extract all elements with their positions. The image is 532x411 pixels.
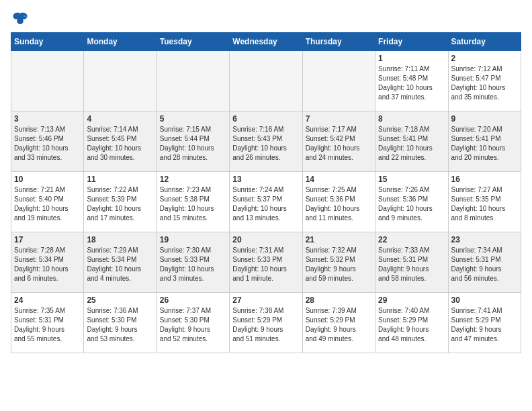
- day-number: 1: [378, 54, 445, 63]
- day-info: Sunrise: 7:14 AM Sunset: 5:45 PM Dayligh…: [87, 125, 153, 163]
- day-number: 20: [232, 235, 299, 244]
- calendar-day-29: 29Sunrise: 7:40 AM Sunset: 5:29 PM Dayli…: [375, 293, 448, 353]
- day-info: Sunrise: 7:27 AM Sunset: 5:35 PM Dayligh…: [451, 185, 518, 223]
- day-info: Sunrise: 7:36 AM Sunset: 5:30 PM Dayligh…: [87, 306, 153, 344]
- calendar-day-10: 10Sunrise: 7:21 AM Sunset: 5:40 PM Dayli…: [11, 172, 84, 232]
- day-number: 30: [451, 295, 518, 305]
- calendar-day-22: 22Sunrise: 7:33 AM Sunset: 5:31 PM Dayli…: [375, 232, 448, 293]
- calendar-week-1: 1Sunrise: 7:11 AM Sunset: 5:48 PM Daylig…: [11, 51, 521, 111]
- day-number: 21: [306, 235, 372, 244]
- calendar-day-empty: [11, 51, 84, 111]
- calendar-day-3: 3Sunrise: 7:13 AM Sunset: 5:46 PM Daylig…: [11, 111, 84, 172]
- calendar-week-2: 3Sunrise: 7:13 AM Sunset: 5:46 PM Daylig…: [11, 111, 521, 172]
- weekday-header-tuesday: Tuesday: [157, 33, 229, 51]
- day-info: Sunrise: 7:40 AM Sunset: 5:29 PM Dayligh…: [378, 306, 445, 344]
- calendar-day-16: 16Sunrise: 7:27 AM Sunset: 5:35 PM Dayli…: [448, 172, 521, 232]
- calendar-day-19: 19Sunrise: 7:30 AM Sunset: 5:33 PM Dayli…: [157, 232, 229, 293]
- calendar-header: SundayMondayTuesdayWednesdayThursdayFrid…: [11, 33, 521, 51]
- calendar-day-27: 27Sunrise: 7:38 AM Sunset: 5:29 PM Dayli…: [230, 293, 302, 353]
- day-info: Sunrise: 7:15 AM Sunset: 5:44 PM Dayligh…: [160, 125, 226, 163]
- calendar-day-30: 30Sunrise: 7:41 AM Sunset: 5:29 PM Dayli…: [448, 293, 521, 353]
- day-number: 13: [232, 175, 299, 184]
- calendar-day-28: 28Sunrise: 7:39 AM Sunset: 5:29 PM Dayli…: [302, 293, 375, 353]
- weekday-header-monday: Monday: [84, 33, 157, 51]
- day-number: 6: [232, 114, 299, 124]
- calendar-day-9: 9Sunrise: 7:20 AM Sunset: 5:41 PM Daylig…: [448, 111, 521, 172]
- day-info: Sunrise: 7:21 AM Sunset: 5:40 PM Dayligh…: [14, 185, 81, 223]
- day-info: Sunrise: 7:23 AM Sunset: 5:38 PM Dayligh…: [160, 185, 226, 223]
- day-info: Sunrise: 7:39 AM Sunset: 5:29 PM Dayligh…: [306, 306, 372, 344]
- day-number: 10: [14, 175, 81, 184]
- weekday-header-thursday: Thursday: [302, 33, 375, 51]
- calendar-day-empty: [230, 51, 302, 111]
- day-info: Sunrise: 7:13 AM Sunset: 5:46 PM Dayligh…: [14, 125, 81, 163]
- calendar-day-7: 7Sunrise: 7:17 AM Sunset: 5:42 PM Daylig…: [302, 111, 375, 172]
- calendar-day-4: 4Sunrise: 7:14 AM Sunset: 5:45 PM Daylig…: [84, 111, 157, 172]
- calendar-day-11: 11Sunrise: 7:22 AM Sunset: 5:39 PM Dayli…: [84, 172, 157, 232]
- weekday-header-sunday: Sunday: [11, 33, 84, 51]
- calendar-table: SundayMondayTuesdayWednesdayThursdayFrid…: [11, 32, 521, 353]
- calendar-day-21: 21Sunrise: 7:32 AM Sunset: 5:32 PM Dayli…: [302, 232, 375, 293]
- day-number: 18: [87, 235, 153, 244]
- day-info: Sunrise: 7:41 AM Sunset: 5:29 PM Dayligh…: [451, 306, 518, 344]
- day-number: 8: [378, 114, 445, 124]
- day-number: 23: [451, 235, 518, 244]
- weekday-header-friday: Friday: [375, 33, 448, 51]
- day-number: 17: [14, 235, 81, 244]
- day-number: 22: [378, 235, 445, 244]
- calendar-day-14: 14Sunrise: 7:25 AM Sunset: 5:36 PM Dayli…: [302, 172, 375, 232]
- calendar-day-25: 25Sunrise: 7:36 AM Sunset: 5:30 PM Dayli…: [84, 293, 157, 353]
- day-info: Sunrise: 7:37 AM Sunset: 5:30 PM Dayligh…: [160, 306, 226, 344]
- day-info: Sunrise: 7:34 AM Sunset: 5:31 PM Dayligh…: [451, 246, 518, 283]
- calendar-day-20: 20Sunrise: 7:31 AM Sunset: 5:33 PM Dayli…: [230, 232, 302, 293]
- day-number: 25: [87, 295, 153, 305]
- day-number: 11: [87, 175, 153, 184]
- day-info: Sunrise: 7:11 AM Sunset: 5:48 PM Dayligh…: [378, 64, 445, 102]
- weekday-header-wednesday: Wednesday: [230, 33, 302, 51]
- day-number: 12: [160, 175, 226, 184]
- calendar-day-8: 8Sunrise: 7:18 AM Sunset: 5:41 PM Daylig…: [375, 111, 448, 172]
- day-info: Sunrise: 7:24 AM Sunset: 5:37 PM Dayligh…: [232, 185, 299, 223]
- logo: [11, 11, 32, 27]
- day-info: Sunrise: 7:38 AM Sunset: 5:29 PM Dayligh…: [232, 306, 299, 344]
- calendar-day-empty: [157, 51, 229, 111]
- calendar-week-4: 17Sunrise: 7:28 AM Sunset: 5:34 PM Dayli…: [11, 232, 521, 293]
- day-number: 24: [14, 295, 81, 305]
- day-number: 9: [451, 114, 518, 124]
- calendar-day-12: 12Sunrise: 7:23 AM Sunset: 5:38 PM Dayli…: [157, 172, 229, 232]
- day-info: Sunrise: 7:18 AM Sunset: 5:41 PM Dayligh…: [378, 125, 445, 163]
- page-header: [11, 11, 521, 27]
- calendar-day-6: 6Sunrise: 7:16 AM Sunset: 5:43 PM Daylig…: [230, 111, 302, 172]
- day-number: 3: [14, 114, 81, 124]
- calendar-week-5: 24Sunrise: 7:35 AM Sunset: 5:31 PM Dayli…: [11, 293, 521, 353]
- calendar-day-5: 5Sunrise: 7:15 AM Sunset: 5:44 PM Daylig…: [157, 111, 229, 172]
- day-info: Sunrise: 7:26 AM Sunset: 5:36 PM Dayligh…: [378, 185, 445, 223]
- calendar-day-26: 26Sunrise: 7:37 AM Sunset: 5:30 PM Dayli…: [157, 293, 229, 353]
- day-number: 2: [451, 54, 518, 63]
- day-info: Sunrise: 7:17 AM Sunset: 5:42 PM Dayligh…: [306, 125, 372, 163]
- day-number: 15: [378, 175, 445, 184]
- calendar-day-empty: [84, 51, 157, 111]
- day-info: Sunrise: 7:32 AM Sunset: 5:32 PM Dayligh…: [306, 246, 372, 283]
- calendar-day-15: 15Sunrise: 7:26 AM Sunset: 5:36 PM Dayli…: [375, 172, 448, 232]
- calendar-day-1: 1Sunrise: 7:11 AM Sunset: 5:48 PM Daylig…: [375, 51, 448, 111]
- calendar-day-18: 18Sunrise: 7:29 AM Sunset: 5:34 PM Dayli…: [84, 232, 157, 293]
- calendar-week-3: 10Sunrise: 7:21 AM Sunset: 5:40 PM Dayli…: [11, 172, 521, 232]
- calendar-day-13: 13Sunrise: 7:24 AM Sunset: 5:37 PM Dayli…: [230, 172, 302, 232]
- day-number: 19: [160, 235, 226, 244]
- weekday-header-row: SundayMondayTuesdayWednesdayThursdayFrid…: [11, 33, 521, 51]
- day-info: Sunrise: 7:22 AM Sunset: 5:39 PM Dayligh…: [87, 185, 153, 223]
- day-info: Sunrise: 7:33 AM Sunset: 5:31 PM Dayligh…: [378, 246, 445, 283]
- day-number: 26: [160, 295, 226, 305]
- calendar-day-2: 2Sunrise: 7:12 AM Sunset: 5:47 PM Daylig…: [448, 51, 521, 111]
- day-info: Sunrise: 7:20 AM Sunset: 5:41 PM Dayligh…: [451, 125, 518, 163]
- day-info: Sunrise: 7:29 AM Sunset: 5:34 PM Dayligh…: [87, 246, 153, 283]
- calendar-body: 1Sunrise: 7:11 AM Sunset: 5:48 PM Daylig…: [11, 51, 521, 353]
- day-info: Sunrise: 7:31 AM Sunset: 5:33 PM Dayligh…: [232, 246, 299, 283]
- calendar-day-17: 17Sunrise: 7:28 AM Sunset: 5:34 PM Dayli…: [11, 232, 84, 293]
- day-number: 7: [306, 114, 372, 124]
- day-number: 28: [306, 295, 372, 305]
- day-info: Sunrise: 7:30 AM Sunset: 5:33 PM Dayligh…: [160, 246, 226, 283]
- day-number: 5: [160, 114, 226, 124]
- day-info: Sunrise: 7:12 AM Sunset: 5:47 PM Dayligh…: [451, 64, 518, 102]
